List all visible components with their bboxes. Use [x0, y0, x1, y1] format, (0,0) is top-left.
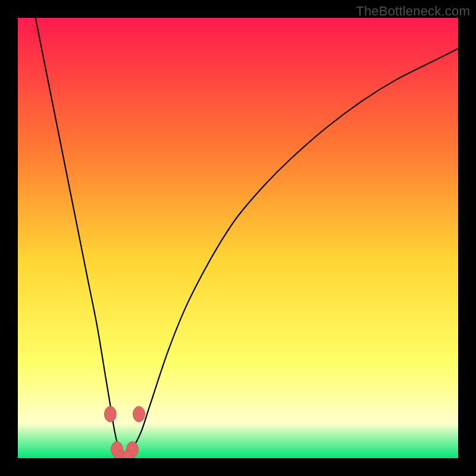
chart-frame: TheBottleneck.com [0, 0, 476, 476]
gradient-background [18, 18, 458, 458]
data-marker [104, 406, 116, 422]
watermark-text: TheBottleneck.com [356, 4, 470, 19]
data-marker [133, 406, 145, 422]
plot-area [18, 18, 458, 458]
chart-svg [18, 18, 458, 458]
